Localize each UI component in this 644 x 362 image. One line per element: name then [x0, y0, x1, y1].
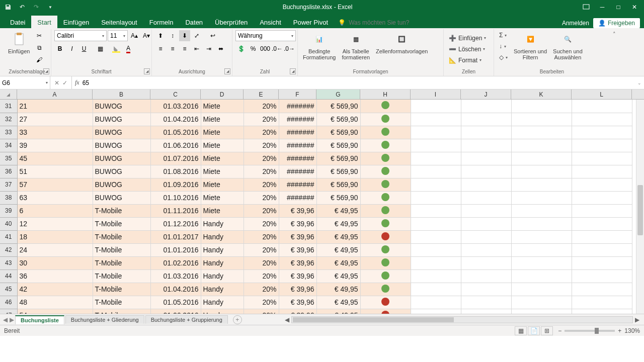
vertical-scroll-thumb[interactable] [637, 185, 643, 235]
cell-H43[interactable] [360, 256, 411, 269]
cell-A31[interactable]: 21 [17, 100, 93, 113]
cell-K42[interactable] [511, 243, 572, 256]
tab-formulas[interactable]: Formeln [143, 16, 180, 28]
cell-I43[interactable] [411, 256, 461, 269]
cell-F46[interactable]: € 39,96 [279, 296, 316, 309]
cell-I38[interactable] [411, 191, 461, 204]
fill-color-icon[interactable] [111, 43, 122, 54]
cell-D35[interactable]: Miete [201, 152, 244, 165]
row-header[interactable]: 43 [0, 256, 17, 269]
cell-L42[interactable] [572, 243, 632, 256]
cell-D42[interactable]: Handy [201, 243, 244, 256]
cell-D40[interactable]: Handy [201, 217, 244, 230]
cell-L32[interactable] [572, 113, 632, 126]
cell-F37[interactable]: ####### [279, 178, 316, 191]
cell-G37[interactable]: € 569,90 [316, 178, 360, 191]
cell-B35[interactable]: BUWOG [93, 152, 150, 165]
cell-J42[interactable] [461, 243, 511, 256]
cell-E38[interactable]: 20% [244, 191, 279, 204]
cell-F42[interactable]: € 39,96 [279, 243, 316, 256]
cell-E37[interactable]: 20% [244, 178, 279, 191]
cell-F45[interactable]: € 39,96 [279, 283, 316, 296]
cell-C37[interactable]: 01.09.2016 [150, 178, 201, 191]
cell-B31[interactable]: BUWOG [93, 100, 150, 113]
cell-J43[interactable] [461, 256, 511, 269]
cell-G42[interactable]: € 49,95 [316, 243, 360, 256]
cell-G34[interactable]: € 569,90 [316, 139, 360, 152]
cell-E32[interactable]: 20% [244, 113, 279, 126]
cell-A46[interactable]: 48 [17, 296, 93, 309]
column-header-J[interactable]: J [461, 89, 511, 99]
cell-L33[interactable] [572, 126, 632, 139]
cell-D34[interactable]: Miete [201, 139, 244, 152]
merge-center-icon[interactable]: ⬌ [215, 43, 226, 54]
maximize-icon[interactable]: □ [611, 2, 626, 13]
row-header[interactable]: 40 [0, 217, 17, 230]
cell-E39[interactable]: 20% [244, 204, 279, 217]
number-format-combo[interactable]: Währung▾ [235, 30, 296, 41]
cell-H41[interactable] [360, 230, 411, 243]
cell-A32[interactable]: 27 [17, 113, 93, 126]
cell-C39[interactable]: 01.11.2016 [150, 204, 201, 217]
align-right-icon[interactable]: ≡ [179, 43, 190, 54]
cell-E34[interactable]: 20% [244, 139, 279, 152]
cell-J45[interactable] [461, 283, 511, 296]
cell-H31[interactable] [360, 100, 411, 113]
cell-B38[interactable]: BUWOG [93, 191, 150, 204]
cell-C31[interactable]: 01.03.2016 [150, 100, 201, 113]
cell-F39[interactable]: € 39,96 [279, 204, 316, 217]
underline-icon[interactable]: U [78, 43, 90, 54]
cell-K47[interactable] [511, 309, 572, 314]
cell-B41[interactable]: T-Mobile [93, 230, 150, 243]
bold-icon[interactable]: B [54, 43, 65, 54]
percent-icon[interactable]: % [248, 43, 259, 54]
cell-F41[interactable]: € 39,96 [279, 230, 316, 243]
format-as-table-button[interactable]: ▦Als Tabelle formatieren [340, 30, 372, 61]
cell-K38[interactable] [511, 191, 572, 204]
vertical-scrollbar[interactable] [636, 100, 644, 314]
cell-K44[interactable] [511, 269, 572, 283]
cell-G36[interactable]: € 569,90 [316, 165, 360, 178]
cell-J39[interactable] [461, 204, 511, 217]
formula-input[interactable] [83, 79, 632, 86]
cell-D46[interactable]: Handy [201, 296, 244, 309]
cell-B47[interactable]: T-Mobile [93, 309, 150, 314]
tell-me[interactable]: 💡 [334, 17, 445, 28]
cell-B43[interactable]: T-Mobile [93, 256, 150, 269]
share-button[interactable]: 👤 Freigeben [593, 18, 640, 28]
cell-I31[interactable] [411, 100, 461, 113]
cell-B45[interactable]: T-Mobile [93, 283, 150, 296]
hscroll-right-icon[interactable]: ▶ [633, 316, 641, 324]
tab-home[interactable]: Start [31, 16, 57, 28]
cell-K34[interactable] [511, 139, 572, 152]
cell-D39[interactable]: Miete [201, 204, 244, 217]
cell-F43[interactable]: € 39,96 [279, 256, 316, 269]
row-header[interactable]: 47 [0, 309, 17, 314]
cell-A42[interactable]: 24 [17, 243, 93, 256]
cell-C41[interactable]: 01.01.2017 [150, 230, 201, 243]
row-header[interactable]: 45 [0, 283, 17, 296]
tab-data[interactable]: Daten [179, 16, 209, 28]
align-center-icon[interactable]: ≡ [167, 43, 178, 54]
cell-E44[interactable]: 20% [244, 269, 279, 283]
cell-D32[interactable]: Miete [201, 113, 244, 126]
cell-D44[interactable]: Handy [201, 269, 244, 283]
cell-B33[interactable]: BUWOG [93, 126, 150, 139]
cell-I40[interactable] [411, 217, 461, 230]
tab-powerpivot[interactable]: Power Pivot [287, 16, 334, 28]
cell-G31[interactable]: € 569,90 [316, 100, 360, 113]
view-page-break-icon[interactable]: ⊞ [541, 326, 553, 335]
cell-L45[interactable] [572, 283, 632, 296]
cell-B36[interactable]: BUWOG [93, 165, 150, 178]
tab-pagelayout[interactable]: Seitenlayout [95, 16, 143, 28]
sheet-nav-next-icon[interactable]: ▶ [10, 316, 14, 323]
cell-K36[interactable] [511, 165, 572, 178]
cell-D33[interactable]: Miete [201, 126, 244, 139]
row-header[interactable]: 35 [0, 152, 17, 165]
cell-H42[interactable] [360, 243, 411, 256]
cell-E42[interactable]: 20% [244, 243, 279, 256]
cell-G43[interactable]: € 49,95 [316, 256, 360, 269]
cell-G41[interactable]: € 49,95 [316, 230, 360, 243]
borders-icon[interactable]: ▦ [95, 43, 106, 54]
minimize-icon[interactable]: ─ [595, 2, 610, 13]
